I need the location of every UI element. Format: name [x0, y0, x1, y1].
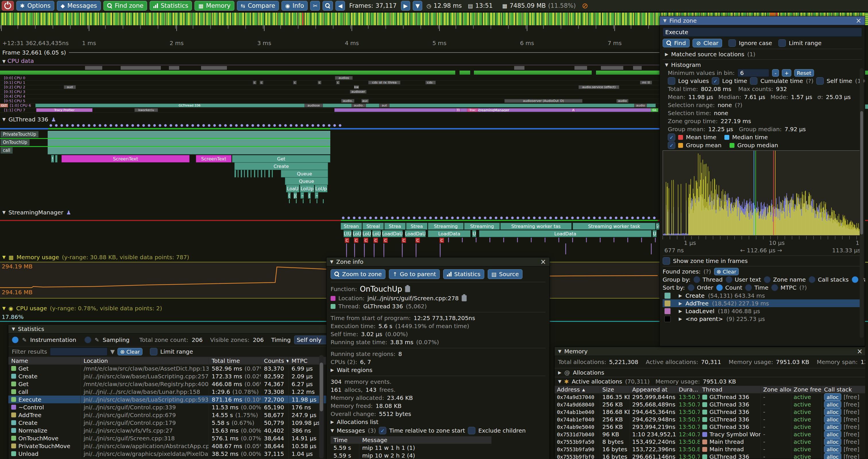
streaming-samples-dots[interactable]	[341, 216, 658, 220]
collapse-icon[interactable]: ▼	[331, 428, 334, 433]
zone-bar-ontouchup[interactable]	[48, 139, 330, 146]
power-button[interactable]	[2, 1, 14, 11]
alloc-link[interactable]: alloc	[824, 401, 841, 408]
message-row[interactable]: 5.59 smip 10 w 2 h 2 (4)	[331, 452, 491, 459]
zone-bar[interactable]: Streaming worker task	[573, 223, 655, 230]
exclude-children-checkbox[interactable]	[468, 427, 475, 434]
sort-by-option[interactable]: Count	[716, 284, 742, 291]
zone-bar[interactable]: LoU	[372, 230, 381, 237]
zone-bar[interactable]: C	[364, 238, 368, 243]
zone-bar[interactable]	[235, 170, 236, 177]
cpu-zone-chip[interactable]: cds_ol_rx_threa	[368, 81, 400, 85]
zone-bar[interactable]: C	[373, 238, 378, 243]
cpu-zone-chip[interactable]: cds_	[425, 81, 436, 85]
zone-bar[interactable]	[241, 170, 242, 177]
alloc-link[interactable]: alloc	[824, 438, 841, 446]
allocation-row[interactable]: 0x7553b9fa50 8 bytes 153,492,240ns 13:50…	[555, 438, 866, 446]
alloc-link[interactable]: alloc	[824, 431, 841, 438]
zone-bar[interactable]: Streaming worker tas	[500, 223, 571, 230]
limit-range-checkbox[interactable]	[778, 39, 786, 47]
cpu-zone-chip[interactable]: mi_tl	[640, 81, 652, 85]
allocation-row[interactable]: 0x74ab9e5040 256 KB 293,994,219ns 13:50.…	[555, 423, 866, 431]
cpu-row-0[interactable]: [0:0] CPU 0audios	[0, 76, 659, 81]
histogram-toggle[interactable]: ▼ Histogram	[663, 61, 862, 69]
cpu-row-2[interactable]: [0:2] CPU 2audkwaudio.service (effect)	[0, 85, 659, 90]
zone-bar[interactable]	[303, 199, 304, 203]
active-allocations-toggle[interactable]: ▼ ✱ Active allocations (70,311) Memory u…	[555, 377, 866, 386]
go-to-parent-button[interactable]: ↑Go to parent	[389, 269, 440, 279]
memory-button[interactable]: ▦Memory	[194, 1, 234, 11]
help-icon[interactable]: (?)	[799, 284, 807, 291]
cpu-zone-chip[interactable]: c	[336, 81, 340, 85]
zone-bar[interactable]: (	[288, 192, 291, 199]
zone-bar[interactable]: LoiUp	[300, 185, 314, 192]
zone-bar[interactable]: !	[51, 155, 54, 162]
zone-bar[interactable]: (	[308, 192, 311, 199]
allocation-row[interactable]: 0x7531d7b040 96 KB 1:10 234,952,161 12:4…	[555, 431, 866, 438]
zone-bar[interactable]	[247, 170, 248, 177]
statistics-button[interactable]: Statistics	[150, 1, 192, 11]
allocation-row[interactable]: 0x74ab1be040 186.68 KB 294,645,364ns 13:…	[555, 408, 866, 416]
zone-bar[interactable]: U	[653, 230, 657, 237]
group-by-option[interactable]: Call stacks	[809, 276, 848, 283]
cpu-row-4[interactable]: [0:4] CPU 4	[0, 94, 659, 99]
matched-locations-toggle[interactable]: ▶ Matched source locations(1)	[663, 50, 862, 58]
zone-bar[interactable]: C	[345, 238, 349, 243]
ghost-zones-icon[interactable]: ♟	[66, 209, 71, 216]
close-icon[interactable]	[856, 17, 861, 24]
next-frame-button[interactable]: ▶	[401, 1, 410, 11]
found-zone-row[interactable]: ▶ Create (54,131) 643.34 ms	[663, 292, 862, 299]
cpu-zone-chip[interactable]: Tracy Profiler	[36, 108, 92, 112]
cumulate-time-checkbox[interactable]	[750, 77, 757, 85]
alloc-link[interactable]: alloc	[824, 416, 841, 423]
group-by-option[interactable]: Thread	[693, 276, 723, 283]
help-icon[interactable]: (?)	[735, 102, 742, 108]
cpu-zone-chip[interactable]: audio.	[341, 99, 354, 103]
zone-bar[interactable]	[264, 170, 266, 177]
zone-bar[interactable]: Streal	[363, 223, 384, 230]
cpu-zone-chip[interactable]: audio.service (effect)	[579, 85, 619, 89]
alloc-link[interactable]: alloc	[824, 423, 841, 431]
cpu-zone-chip[interactable]: GL	[651, 108, 658, 112]
instrumentation-radio[interactable]	[12, 336, 19, 343]
alloc-link[interactable]: alloc	[824, 408, 841, 416]
zone-bar[interactable]: LoU	[363, 230, 371, 237]
cpu-zone-chip[interactable]: Ti	[456, 108, 461, 112]
glthread-section-header[interactable]: ▼ GLThread 336 ♟	[2, 116, 56, 123]
cpu-row-3[interactable]: [0:3] CPU 3audioser	[0, 90, 659, 94]
increase-bin-button[interactable]: +	[782, 69, 791, 77]
zone-bar[interactable]: Create	[235, 162, 328, 170]
cpu-zone-chip[interactable]: c	[253, 81, 256, 85]
zone-bar[interactable]: LoUp	[315, 185, 328, 192]
cpu-zone-chip[interactable]: audiose	[305, 104, 323, 107]
cpu-row-6[interactable]: GLTGLThread 336audioseaudio.autaudio[1:0…	[0, 103, 659, 108]
time-relative-checkbox[interactable]	[379, 427, 386, 434]
zone-bar[interactable]: Get	[232, 155, 330, 162]
allocation-row[interactable]: 0x7553b9fbf0 16 bytes 296,661,146ns 13:5…	[555, 453, 866, 459]
cpu-zone-chip[interactable]	[35, 104, 656, 107]
memory-plot-header[interactable]: ▼ ▦ Memory usage (y-range: 30.88 KB, vis…	[2, 254, 189, 261]
close-icon[interactable]	[540, 258, 546, 265]
cpu-data-header[interactable]: ▼ CPU data	[2, 57, 34, 64]
cpu-row-5[interactable]: [0:5] CPU 5audio.aucaudioserver (AudioOu…	[0, 99, 659, 104]
zone-bar[interactable]: C	[402, 238, 406, 243]
glthread-samples-dots[interactable]	[48, 124, 342, 127]
cpu-zone-chip[interactable]: GLThread 336	[161, 104, 218, 107]
copy-icon[interactable]	[405, 286, 410, 292]
alloc-link[interactable]: alloc	[824, 453, 841, 459]
group-by-option[interactable]: User text	[725, 276, 761, 283]
find-zone-titlebar[interactable]: ▼ Find zone	[660, 17, 865, 25]
found-zone-row[interactable]: ▶ LoadLevel (18) 406.88 µs	[663, 307, 862, 315]
allocations-list-toggle[interactable]: ▶Allocations list	[331, 418, 546, 426]
find-button[interactable]: Find	[663, 39, 690, 47]
time-ruler[interactable]: +12:31 362,643,435ns 1 ms2 ms3 ms4 ms5 m…	[0, 25, 659, 49]
self-time-checkbox[interactable]	[816, 77, 824, 85]
zone-bar[interactable]: Queue	[285, 177, 328, 185]
zone-bar[interactable]: LoaU	[286, 185, 299, 192]
ignore-case-checkbox[interactable]	[728, 39, 736, 47]
source-button[interactable]: ▤Source	[488, 269, 523, 279]
allocation-row[interactable]: 0x74a9d68040 256 KB 295,668,489ns 13:50.…	[555, 401, 866, 408]
zone-bar[interactable]: Queue	[281, 170, 328, 177]
find-zone-button[interactable]: Find zone	[103, 1, 147, 11]
log-values-checkbox[interactable]	[668, 77, 675, 85]
